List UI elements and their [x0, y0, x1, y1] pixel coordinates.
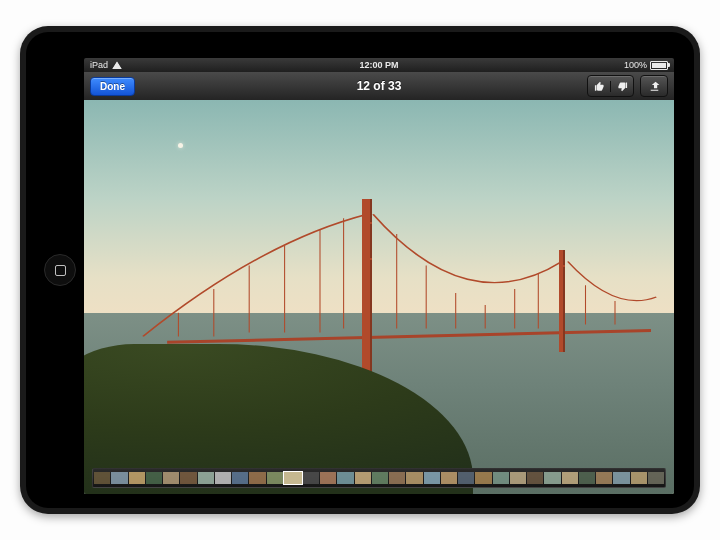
home-button-icon [55, 265, 66, 276]
status-left: iPad [90, 60, 122, 70]
wifi-icon [112, 61, 122, 69]
thumbnail[interactable] [648, 472, 664, 484]
carrier-label: iPad [90, 60, 108, 70]
photo-golden-gate [84, 100, 674, 494]
nav-right-group [587, 75, 668, 97]
thumbs-up-icon [594, 81, 605, 92]
thumbnail[interactable] [146, 472, 162, 484]
thumbnail[interactable] [441, 472, 457, 484]
thumbnail[interactable] [284, 472, 302, 484]
thumbnail[interactable] [267, 472, 283, 484]
share-button[interactable] [640, 75, 668, 97]
clock: 12:00 PM [359, 60, 398, 70]
status-bar: iPad 12:00 PM 100% [84, 58, 674, 72]
home-button[interactable] [44, 254, 76, 286]
rate-button-group [587, 75, 634, 97]
photo-counter-title: 12 of 33 [357, 79, 402, 93]
thumbs-up-button[interactable] [588, 81, 610, 92]
battery-icon [650, 61, 668, 70]
nav-bar: Done 12 of 33 [84, 72, 674, 101]
thumbnail[interactable] [163, 472, 179, 484]
thumbnail[interactable] [562, 472, 578, 484]
thumbnail[interactable] [249, 472, 265, 484]
thumbnail[interactable] [389, 472, 405, 484]
thumbnail[interactable] [458, 472, 474, 484]
share-icon [648, 80, 661, 93]
thumbnail[interactable] [215, 472, 231, 484]
screen: iPad 12:00 PM 100% Done 12 of 33 [84, 58, 674, 494]
thumbnail[interactable] [198, 472, 214, 484]
photo-viewport[interactable] [84, 100, 674, 494]
thumbs-down-icon [617, 81, 628, 92]
thumbnail[interactable] [596, 472, 612, 484]
thumbnail[interactable] [527, 472, 543, 484]
thumbnail-strip[interactable] [92, 468, 666, 488]
thumbnail[interactable] [544, 472, 560, 484]
thumbnail[interactable] [111, 472, 127, 484]
thumbnail[interactable] [579, 472, 595, 484]
thumbnail[interactable] [372, 472, 388, 484]
thumbnail[interactable] [613, 472, 629, 484]
thumbnail[interactable] [475, 472, 491, 484]
thumbnail[interactable] [355, 472, 371, 484]
thumbnail[interactable] [129, 472, 145, 484]
done-button[interactable]: Done [90, 77, 135, 96]
thumbnail[interactable] [493, 472, 509, 484]
ipad-device-frame: iPad 12:00 PM 100% Done 12 of 33 [20, 26, 700, 514]
thumbnail[interactable] [94, 472, 110, 484]
thumbnail[interactable] [303, 472, 319, 484]
thumbnail[interactable] [631, 472, 647, 484]
battery-pct: 100% [624, 60, 647, 70]
ipad-bezel: iPad 12:00 PM 100% Done 12 of 33 [26, 32, 694, 508]
thumbnail[interactable] [406, 472, 422, 484]
status-right: 100% [624, 60, 668, 70]
thumbnail[interactable] [180, 472, 196, 484]
thumbnail[interactable] [320, 472, 336, 484]
thumbnail[interactable] [424, 472, 440, 484]
thumbnail[interactable] [337, 472, 353, 484]
thumbnail[interactable] [510, 472, 526, 484]
thumbnail[interactable] [232, 472, 248, 484]
bridge-tower-near [362, 199, 372, 376]
thumbs-down-button[interactable] [610, 81, 633, 92]
